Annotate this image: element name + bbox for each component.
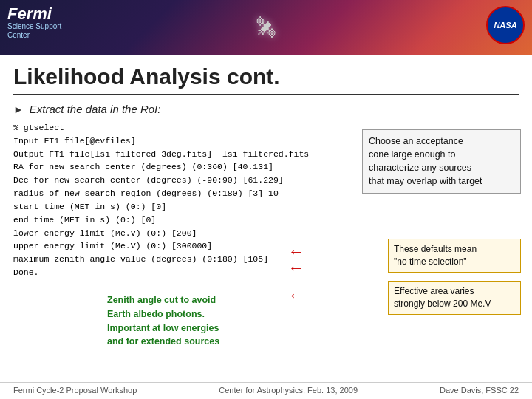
callout-top-line4: that may overlap with target [369,176,482,186]
red-arrow-lower-energy: ← [288,286,304,305]
bullet-arrow: ► [13,103,24,115]
content-area: Likelihood Analysis cont. ► Extract the … [0,55,532,399]
section-header: ► Extract the data in the RoI: [13,103,519,115]
footer-left: Fermi Cycle-2 Proposal Workshop [13,386,137,395]
footer-center: Center for Astrophysics, Feb. 13, 2009 [219,386,358,395]
callout-acceptance-cone: Choose an acceptance cone large enough t… [362,129,521,194]
callout-effective-area: Effective area varies strongly below 200… [388,281,521,315]
page-title: Likelihood Analysis cont. [13,64,519,95]
zenith-line1: Zenith angle cut to avoid [107,295,216,305]
callout-lower-line1: Effective area varies [394,286,474,296]
callout-top-line1: Choose an acceptance [369,136,463,146]
nasa-label: NASA [494,21,516,30]
code-line-8: end time (MET in s) (0:) [0] [13,214,519,227]
satellite-illustration: 🛰 [192,4,340,52]
callout-top-line2: cone large enough to [369,149,455,160]
header: Fermi Science Support Center 🛰 NASA [0,0,532,55]
callout-mid-line1: These defaults mean [394,244,477,254]
callout-top-line3: characterize any sources [369,163,471,173]
callout-mid-line2: "no time selection" [394,256,467,267]
fermi-logo: Fermi Science Support Center [7,6,61,40]
zenith-line4: and for extended sources [107,336,219,347]
satellite-icon: 🛰 [256,16,276,40]
fermi-title: Fermi [7,6,61,22]
support-line1: Science Support [7,22,61,31]
zenith-line3: Important at low energies [107,323,219,333]
footer: Fermi Cycle-2 Proposal Workshop Center f… [0,382,532,395]
callout-no-time-selection: These defaults mean "no time selection" [388,239,521,273]
red-arrow-end-time: ← [288,259,304,278]
code-line-7: start time (MET in s) (0:) [0] [13,200,519,214]
zenith-line2: Earth albedo photons. [107,309,205,319]
footer-right: Dave Davis, FSSC 22 [440,386,519,395]
callout-zenith: Zenith angle cut to avoid Earth albedo p… [107,293,270,349]
code-line-9: lower energy limit (Me.V) (0:) [200] [13,227,519,240]
nasa-logo: NASA [486,6,525,44]
callout-lower-line2: strongly below 200 Me.V [394,299,491,309]
support-line2: Center [7,31,61,40]
section-label: Extract the data in the RoI: [30,103,161,115]
